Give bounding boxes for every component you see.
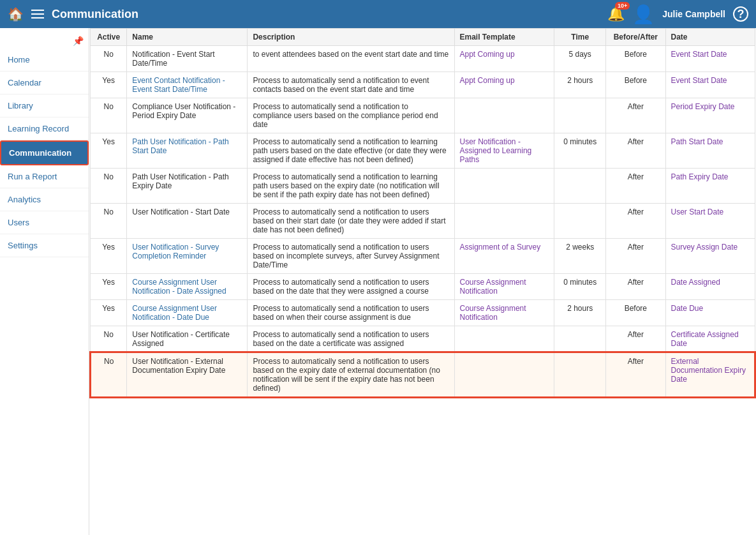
table-row[interactable]: No Notification - Event Start Date/Time … [91, 46, 755, 72]
cell-date: User Start Date [665, 204, 755, 239]
cell-active: No [91, 46, 127, 72]
notifications-bell[interactable]: 🔔 10+ [607, 6, 625, 22]
cell-description: Process to automatically send a notifica… [248, 352, 454, 397]
cell-name: User Notification - Certificate Assigned [127, 326, 248, 353]
col-header-active: Active [91, 29, 127, 46]
sidebar-item-home[interactable]: Home [0, 49, 89, 72]
layout: 📌 HomeCalendarLibraryLearning RecordComm… [0, 28, 756, 535]
sidebar-item-calendar[interactable]: Calendar [0, 72, 89, 94]
cell-time: 0 minutes [554, 133, 606, 169]
cell-date: Certificate Assigned Date [665, 326, 755, 353]
home-icon[interactable]: 🏠 [8, 6, 24, 22]
sidebar-item-learning-record[interactable]: Learning Record [0, 117, 89, 140]
table-row[interactable]: Yes Course Assignment User Notification … [91, 274, 755, 300]
sidebar-pin[interactable]: 📌 [0, 33, 89, 49]
cell-time: 5 days [554, 46, 606, 72]
cell-before-after: Before [606, 300, 665, 326]
cell-name: User Notification - Start Date [127, 204, 248, 239]
cell-time [554, 352, 606, 397]
help-icon[interactable]: ? [733, 6, 748, 22]
cell-name: User Notification - External Documentati… [127, 352, 248, 397]
table-row[interactable]: No User Notification - Start Date Proces… [91, 204, 755, 239]
sidebar-item-analytics[interactable]: Analytics [0, 188, 89, 211]
cell-description: to event attendees based on the event st… [248, 46, 454, 72]
table-row[interactable]: Yes Path User Notification - Path Start … [91, 133, 755, 169]
cell-time [554, 326, 606, 353]
cell-description: Process to automatically send a notifica… [248, 326, 454, 353]
cell-name: Path User Notification - Path Start Date [127, 133, 248, 169]
cell-template[interactable]: Course Assignment Notification [454, 274, 554, 300]
cell-name: User Notification - Survey Completion Re… [127, 239, 248, 274]
cell-time [554, 204, 606, 239]
avatar-icon[interactable]: 👤 [632, 4, 655, 25]
cell-active: Yes [91, 72, 127, 98]
cell-name: Event Contact Notification - Event Start… [127, 72, 248, 98]
cell-date: Period Expiry Date [665, 98, 755, 133]
table-row[interactable]: Yes Course Assignment User Notification … [91, 300, 755, 326]
cell-time: 2 weeks [554, 239, 606, 274]
sidebar-item-settings[interactable]: Settings [0, 234, 89, 257]
cell-description: Process to automatically send a notifica… [248, 98, 454, 133]
cell-template [454, 169, 554, 204]
cell-time: 2 hours [554, 72, 606, 98]
sidebar-item-library[interactable]: Library [0, 94, 89, 117]
table-row[interactable]: No Path User Notification - Path Expiry … [91, 169, 755, 204]
cell-active: Yes [91, 300, 127, 326]
cell-description: Process to automatically send a notifica… [248, 169, 454, 204]
table-body: No Notification - Event Start Date/Time … [91, 46, 755, 398]
cell-time: 2 hours [554, 300, 606, 326]
cell-before-after: After [606, 239, 665, 274]
cell-template[interactable]: Course Assignment Notification [454, 300, 554, 326]
cell-date: Survey Assign Date [665, 239, 755, 274]
cell-date: Date Due [665, 300, 755, 326]
user-name: Julie Campbell [662, 9, 725, 19]
cell-date: Date Assigned [665, 274, 755, 300]
cell-before-after: Before [606, 72, 665, 98]
cell-description: Process to automatically send a notifica… [248, 204, 454, 239]
col-header-date: Date [665, 29, 755, 46]
cell-template[interactable]: Appt Coming up [454, 46, 554, 72]
cell-active: No [91, 352, 127, 397]
cell-time [554, 169, 606, 204]
cell-template [454, 352, 554, 397]
cell-active: Yes [91, 133, 127, 169]
cell-active: No [91, 204, 127, 239]
cell-template [454, 98, 554, 133]
table-header-row: Active Name Description Email Template T… [91, 29, 755, 46]
table-row[interactable]: No User Notification - Certificate Assig… [91, 326, 755, 353]
cell-name: Course Assignment User Notification - Da… [127, 300, 248, 326]
cell-description: Process to automatically send a notifica… [248, 300, 454, 326]
cell-name: Course Assignment User Notification - Da… [127, 274, 248, 300]
cell-before-after: After [606, 169, 665, 204]
col-header-description: Description [248, 29, 454, 46]
cell-description: Process to automatically send a notifica… [248, 133, 454, 169]
cell-template[interactable]: User Notification - Assigned to Learning… [454, 133, 554, 169]
cell-date: External Documentation Expiry Date [665, 352, 755, 397]
table-row[interactable]: Yes Event Contact Notification - Event S… [91, 72, 755, 98]
sidebar-item-users[interactable]: Users [0, 211, 89, 234]
bell-badge: 10+ [615, 2, 630, 10]
header: 🏠 Communication 🔔 10+ 👤 Julie Campbell ? [0, 0, 756, 28]
col-header-name: Name [127, 29, 248, 46]
cell-description: Process to automatically send a notifica… [248, 274, 454, 300]
cell-before-after: After [606, 98, 665, 133]
cell-name: Compliance User Notification - Period Ex… [127, 98, 248, 133]
cell-before-after: After [606, 274, 665, 300]
table-row[interactable]: No User Notification - External Document… [91, 352, 755, 397]
sidebar-nav: HomeCalendarLibraryLearning RecordCommun… [0, 49, 89, 257]
col-header-time: Time [554, 29, 606, 46]
table-row[interactable]: No Compliance User Notification - Period… [91, 98, 755, 133]
cell-before-after: After [606, 133, 665, 169]
table-row[interactable]: Yes User Notification - Survey Completio… [91, 239, 755, 274]
cell-time [554, 98, 606, 133]
cell-active: Yes [91, 239, 127, 274]
cell-before-after: Before [606, 46, 665, 72]
hamburger-menu[interactable] [31, 10, 44, 19]
sidebar: 📌 HomeCalendarLibraryLearning RecordComm… [0, 28, 89, 535]
col-header-template: Email Template [454, 29, 554, 46]
sidebar-item-communication[interactable]: Communication [0, 140, 89, 165]
sidebar-item-run-a-report[interactable]: Run a Report [0, 165, 89, 188]
cell-template[interactable]: Appt Coming up [454, 72, 554, 98]
cell-before-after: After [606, 352, 665, 397]
cell-template[interactable]: Assignment of a Survey [454, 239, 554, 274]
